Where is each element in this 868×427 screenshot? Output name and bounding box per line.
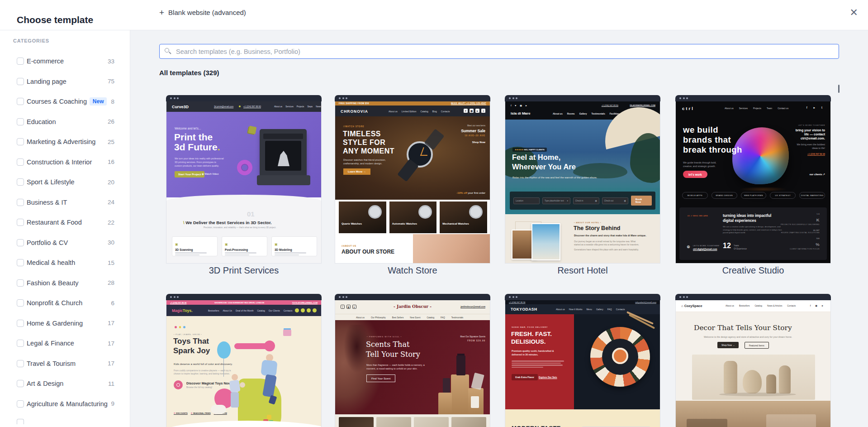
mini-nav: About usServicesProjectsStepsNewsContact… — [274, 106, 322, 108]
category-checkbox[interactable] — [17, 158, 24, 166]
template-caption: 3D Print Services — [166, 265, 322, 276]
stats-panel: 01 // WHO WE ARE turning ideas into impa… — [679, 207, 827, 260]
category-list: E-commerce 33 Landing page 75 Courses & … — [0, 51, 130, 414]
category-label: Legal & Finance — [27, 340, 74, 347]
model-photo — [413, 234, 490, 264]
category-label: Art & Design — [27, 380, 63, 387]
category-checkbox[interactable] — [17, 98, 24, 105]
category-count: 26 — [108, 118, 114, 125]
social-icons: f◉▸t — [464, 109, 485, 113]
service-pill: DIGITAL MARKETING — [799, 192, 825, 199]
category-row[interactable]: Home & Gardening 17 — [0, 313, 130, 334]
hero-section: Decor That Tells Your Story Welcome to t… — [676, 312, 830, 401]
mini-logo: TOKYODASH — [511, 307, 537, 312]
booking-checkout-field: Check-out▦ — [602, 197, 628, 204]
category-row[interactable]: Restaurant & Food 22 — [0, 212, 130, 233]
category-checkbox[interactable] — [17, 360, 24, 367]
hero-section: //WATCH STORE TIMELESS STYLE FOR ANY MOM… — [335, 116, 490, 200]
category-row[interactable]: Courses & Coaching New 8 — [0, 91, 130, 112]
category-count: 33 — [108, 58, 114, 65]
blank-website-button[interactable]: + Blank website (advanced) — [159, 8, 246, 17]
template-card-perfume-store[interactable]: f◉▸ - Jardin Obscur - jardinobscur@email… — [335, 294, 490, 427]
stat-item: 1.5K PROJECTS SUCCESSFULLY DELIVERED — [781, 213, 820, 225]
category-row[interactable]: Nonprofit & Church 6 — [0, 293, 130, 313]
scrollbar-thumb[interactable] — [838, 85, 840, 93]
category-row[interactable]: E-commerce 33 — [0, 51, 130, 72]
template-card-creative-studio[interactable]: ctrl About usServicesProjectsTeamContact… — [675, 95, 831, 264]
hero-link: ✳ SEASONAL ITEMS — [191, 412, 211, 414]
template-preview: Curve3D 3d.prints@email.com +1 (234) 567… — [166, 101, 322, 264]
category-checkbox[interactable] — [17, 279, 24, 287]
booking-checkin-field: Check-in▦ — [573, 197, 599, 204]
template-preview: ⌂ CozySpace About usBestsellersCatalogNe… — [675, 300, 831, 427]
close-icon[interactable]: ✕ — [850, 8, 858, 18]
category-checkbox[interactable] — [17, 239, 24, 246]
social-icons: f ▾ ◉ ▸ — [511, 104, 528, 107]
category-row[interactable]: Medical & health 15 — [0, 253, 130, 273]
category-label: Education — [27, 118, 56, 125]
category-checkbox[interactable] — [17, 138, 24, 145]
story-section: • ABOUT OUR HOTEL • The Story Behind Dis… — [505, 214, 660, 264]
category-checkbox[interactable] — [17, 400, 24, 408]
feature-icon: ▣ — [275, 243, 278, 246]
new-badge: New — [90, 97, 107, 106]
category-checkbox-partial[interactable] — [17, 419, 24, 424]
hero-section: ★★★★★ 900+ HAPPY CLIENTS Feel at Home, W… — [505, 120, 660, 214]
template-preview: f◉▸ - Jardin Obscur - jardinobscur@email… — [335, 300, 490, 427]
category-row[interactable]: Fashion & Beauty 28 — [0, 273, 130, 293]
social-icons — [295, 308, 317, 312]
category-label: Construction & Interior — [27, 158, 92, 166]
template-card-sushi-restaurant[interactable]: +1 (234) 567 89 90 tokyodash@email.com T… — [505, 294, 660, 427]
category-checkbox[interactable] — [17, 340, 24, 347]
category-row[interactable]: Sport & Lifestyle 20 — [0, 172, 130, 192]
category-label: Courses & Coaching — [27, 98, 87, 105]
browser-chrome — [166, 95, 322, 101]
category-count: 22 — [108, 219, 114, 226]
mini-cta: Shop Now → — [717, 342, 739, 348]
search-input[interactable] — [175, 44, 835, 58]
category-row[interactable]: Landing page 75 — [0, 72, 130, 92]
category-checkbox[interactable] — [17, 259, 24, 266]
template-card-watch-store[interactable]: FREE SHIPPING FROM $50 NEED HELP? +1 (55… — [335, 95, 490, 264]
booking-type-field: Type placeholder text▾ — [542, 197, 570, 204]
category-row[interactable]: Art & Design 11 — [0, 374, 130, 394]
category-row[interactable]: Legal & Finance 17 — [0, 333, 130, 354]
deco-dots — [175, 326, 185, 328]
browser-chrome — [505, 294, 660, 300]
story-photo-2 — [531, 223, 560, 260]
template-preview: FREE SHIPPING FROM $50 NEED HELP? +1 (55… — [335, 101, 490, 264]
category-checkbox[interactable] — [17, 299, 24, 307]
category-checkbox[interactable] — [17, 199, 24, 206]
category-row[interactable]: Business & IT 24 — [0, 192, 130, 213]
category-count: 28 — [108, 279, 114, 286]
category-row[interactable]: Marketing & Advertising 25 — [0, 132, 130, 152]
template-card-3d-print[interactable]: Curve3D 3d.prints@email.com +1 (234) 567… — [166, 95, 322, 264]
category-count: 17 — [108, 340, 114, 347]
category-checkbox[interactable] — [17, 380, 24, 387]
category-checkbox[interactable] — [17, 178, 24, 186]
search-box — [159, 44, 839, 59]
category-row[interactable]: Construction & Interior 16 — [0, 152, 130, 173]
category-row[interactable]: Travel & Tourism 17 — [0, 354, 130, 374]
category-label: Sport & Lifestyle — [27, 178, 75, 186]
watch-tile: Quartz Watches — [339, 202, 386, 233]
category-row[interactable]: Agriculture & Manufacturing 9 — [0, 394, 130, 414]
category-label: Nonprofit & Church — [27, 299, 82, 307]
template-card-decor-store[interactable]: ⌂ CozySpace About usBestsellersCatalogNe… — [675, 294, 831, 427]
watch-graphic — [407, 141, 433, 168]
category-checkbox[interactable] — [17, 219, 24, 226]
category-row[interactable]: Portfolio & CV 30 — [0, 233, 130, 253]
hero-section: • PERFUMES WITH SOUL • Scents That Tell … — [335, 320, 490, 414]
category-checkbox[interactable] — [17, 78, 24, 85]
category-row[interactable]: Education 26 — [0, 112, 130, 132]
category-checkbox[interactable] — [17, 320, 24, 327]
browser-chrome — [675, 294, 831, 300]
category-count: 75 — [108, 78, 114, 85]
mini-logo: ⌂ CozySpace — [681, 304, 702, 308]
watch-video-link: ◉ Watch Video — [202, 173, 218, 175]
category-checkbox[interactable] — [17, 58, 24, 65]
category-checkbox[interactable] — [17, 118, 24, 125]
mini-nav: About usLimited EditionCatalogBlogContac… — [389, 110, 450, 113]
template-card-toy-store[interactable]: +1 (234) 567 89 90 SHOWROOM: 1234 EGREMO… — [166, 294, 322, 427]
template-card-resort-hotel[interactable]: f ▾ ◉ ▸ +1 (234) 567 89 90 ISLADIMARE@EM… — [505, 95, 660, 264]
